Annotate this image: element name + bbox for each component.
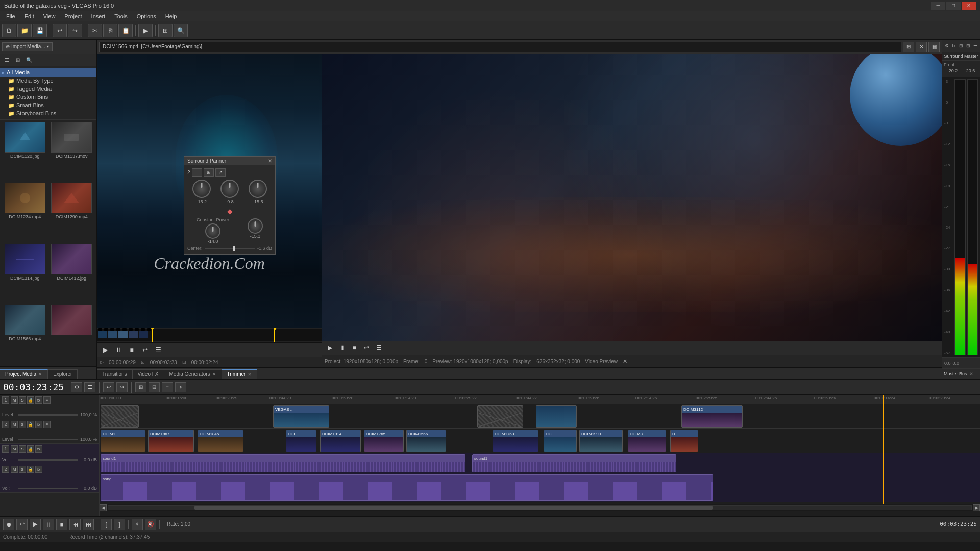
clip-dcim1[interactable]: DCIM1 xyxy=(101,430,145,452)
menu-file[interactable]: File xyxy=(2,12,19,20)
tl-btn-5[interactable]: ⊞ xyxy=(135,382,146,392)
audio-clip-song[interactable]: song xyxy=(101,474,713,501)
menu-view[interactable]: View xyxy=(39,12,60,20)
vid-play-btn[interactable]: ▶ xyxy=(325,343,335,353)
clip-dcim1845[interactable]: DCIM1845 xyxy=(198,430,243,452)
track-2-level-slider[interactable] xyxy=(18,439,78,440)
knob-circle-3[interactable] xyxy=(249,180,267,198)
media-item-4[interactable]: DCIM1314.jpg xyxy=(2,244,48,304)
trim-stop-btn[interactable]: ■ xyxy=(127,345,137,355)
media-sort-btn[interactable]: ⊞ xyxy=(13,56,23,65)
vid-pause-btn[interactable]: ⏸ xyxy=(337,343,347,353)
preview-path-input[interactable] xyxy=(99,42,901,52)
transport-snap-btn[interactable]: ⌖ xyxy=(132,519,143,530)
clip-v1-x1[interactable] xyxy=(477,405,523,428)
audio-clip-sound1-2[interactable]: sound1 xyxy=(472,454,676,472)
sp-grid-btn[interactable]: ⊞ xyxy=(204,168,214,177)
tree-all-media[interactable]: ▸ All Media xyxy=(0,68,96,77)
menu-edit[interactable]: Edit xyxy=(20,12,38,20)
hscroll-track[interactable] xyxy=(108,505,972,510)
menu-help[interactable]: Help xyxy=(161,12,181,20)
rp-grid-btn[interactable]: ⊞ xyxy=(958,42,964,50)
rp-menu-btn[interactable]: ☰ xyxy=(972,42,978,50)
new-button[interactable]: 🗋 xyxy=(2,24,16,37)
track-a2-solo[interactable]: S xyxy=(19,466,26,473)
media-item-6[interactable]: DCIM1566.mp4 xyxy=(2,305,48,364)
transport-loop-btn[interactable]: ↩ xyxy=(16,519,28,530)
trim-pause-btn[interactable]: ⏸ xyxy=(113,345,124,355)
undo-button[interactable]: ↩ xyxy=(53,24,67,37)
menu-tools[interactable]: Tools xyxy=(110,12,132,20)
preview-close-btn[interactable]: ✕ xyxy=(916,42,927,52)
track-a2-fx[interactable]: fx xyxy=(35,466,42,473)
track-2-lock[interactable]: 🔒 xyxy=(27,421,34,428)
close-button[interactable]: ✕ xyxy=(962,2,976,10)
tl-btn-4[interactable]: ↪ xyxy=(116,382,128,392)
media-item-7[interactable] xyxy=(49,305,95,364)
preview-snap-btn[interactable]: ⊞ xyxy=(903,42,914,52)
tl-btn-ripple[interactable]: ≡ xyxy=(162,382,173,392)
track-2-motion[interactable]: ≡ xyxy=(43,421,51,428)
clip-v1-x2[interactable] xyxy=(536,405,577,428)
tab-close-trimmer[interactable]: ✕ xyxy=(248,372,252,377)
hscroll-right[interactable]: ▶ xyxy=(973,504,980,511)
clip-v1-vegas[interactable]: VEGAS ... xyxy=(273,405,329,428)
video-preview-close[interactable]: ✕ xyxy=(623,358,627,365)
redo-button[interactable]: ↪ xyxy=(68,24,82,37)
track-a1-fx[interactable]: fx xyxy=(35,445,42,453)
tab-video-fx[interactable]: Video FX xyxy=(133,369,164,379)
track-a1-mute[interactable]: M xyxy=(11,445,18,453)
media-item-2[interactable]: DCIM1234.mp4 xyxy=(2,183,48,242)
media-item-5[interactable]: DCIM1412.jpg xyxy=(49,244,95,304)
rp-expand-btn[interactable]: ⊞ xyxy=(965,42,971,50)
transport-record-btn[interactable]: ⏺ xyxy=(3,519,14,530)
rp-settings-btn[interactable]: ⚙ xyxy=(944,42,950,50)
track-1-solo[interactable]: S xyxy=(19,396,26,404)
tab-explorer[interactable]: Explorer xyxy=(48,369,78,379)
minimize-button[interactable]: ─ xyxy=(931,2,945,10)
tl-btn-1[interactable]: ⚙ xyxy=(71,382,82,392)
sp-add-btn[interactable]: + xyxy=(192,168,202,177)
knob-circle-4[interactable] xyxy=(205,223,220,239)
clip-dcim1314[interactable]: DCIM1314 xyxy=(320,430,361,452)
hscroll-thumb[interactable] xyxy=(194,506,713,510)
preview-grid-btn[interactable]: ▦ xyxy=(928,42,940,52)
clip-d-last[interactable]: D... xyxy=(670,430,698,452)
transport-next-btn[interactable]: ⏭ xyxy=(83,519,94,530)
clip-dcim1765[interactable]: DCIM1765 xyxy=(364,430,404,452)
track-a1-lock[interactable]: 🔒 xyxy=(27,445,34,453)
knob-circle-5[interactable] xyxy=(248,218,263,234)
track-1-level-slider[interactable] xyxy=(18,414,78,416)
media-item-3[interactable]: DCIM1290.mp4 xyxy=(49,183,95,242)
track-1-fx[interactable]: fx xyxy=(35,396,42,404)
tl-btn-snap[interactable]: ⌖ xyxy=(175,382,186,392)
track-1-lock[interactable]: 🔒 xyxy=(27,396,34,404)
transport-play-btn[interactable]: ▶ xyxy=(30,519,41,530)
tl-btn-3[interactable]: ↩ xyxy=(103,382,114,392)
transport-prev-btn[interactable]: ⏮ xyxy=(69,519,81,530)
media-item-0[interactable]: DCIM1120.jpg xyxy=(2,122,48,182)
tree-tagged-media[interactable]: 📁 Tagged Media xyxy=(0,85,96,93)
play-button[interactable]: ▶ xyxy=(138,24,153,37)
hscroll-left[interactable]: ◀ xyxy=(100,504,107,511)
vid-loop-btn[interactable]: ↩ xyxy=(361,343,372,353)
track-a2-lock[interactable]: 🔒 xyxy=(27,466,34,473)
media-item-1[interactable]: DCIM1137.mov xyxy=(49,122,95,182)
tl-btn-6[interactable]: ⊟ xyxy=(149,382,160,392)
clip-v1-trans[interactable] xyxy=(101,405,139,428)
track-a2-mute[interactable]: M xyxy=(11,466,18,473)
maximize-button[interactable]: □ xyxy=(946,2,961,10)
transport-pause-btn[interactable]: ⏸ xyxy=(43,519,54,530)
paste-button[interactable]: 📋 xyxy=(118,24,133,37)
rp-fx-btn[interactable]: fx xyxy=(951,42,957,50)
clip-dci3[interactable]: DCI... xyxy=(286,430,316,452)
track-a2-vol-slider[interactable] xyxy=(18,488,78,489)
trim-menu-btn[interactable]: ☰ xyxy=(153,345,163,355)
clip-dcim1566[interactable]: DCIM1566 xyxy=(406,430,446,452)
tab-trimmer[interactable]: Trimmer ✕ xyxy=(222,369,258,379)
vid-menu-btn[interactable]: ☰ xyxy=(374,343,384,353)
clip-dcim3-2[interactable]: DCIM3... xyxy=(628,430,666,452)
transport-mute-btn[interactable]: 🔇 xyxy=(145,519,156,530)
master-bus-close[interactable]: ✕ xyxy=(969,371,973,377)
open-button[interactable]: 📁 xyxy=(17,24,32,37)
